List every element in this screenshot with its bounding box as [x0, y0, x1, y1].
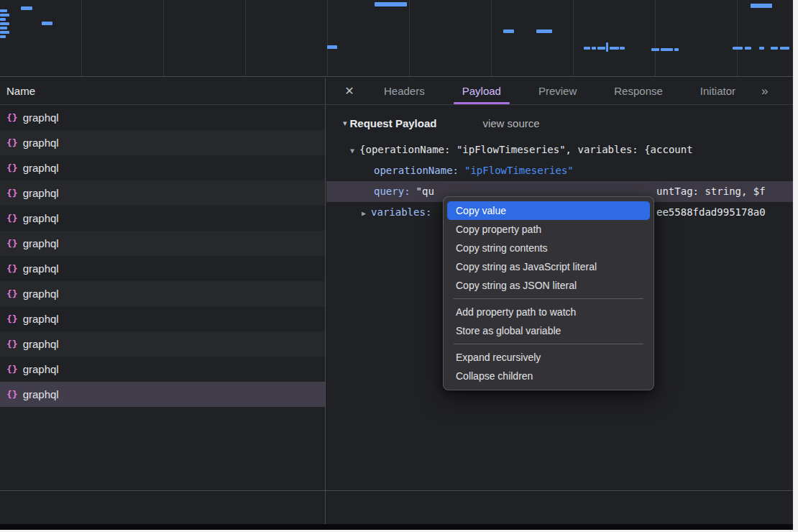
- timeline-bar: [536, 29, 552, 33]
- request-row[interactable]: {}graphql: [0, 331, 325, 357]
- menu-item-add-property-path-to-watch[interactable]: Add property path to watch: [447, 303, 650, 321]
- request-name: graphql: [23, 137, 59, 149]
- request-payload-section-header: ▾ Request Payload view source: [326, 117, 793, 129]
- json-icon: {}: [6, 213, 18, 224]
- column-header-name[interactable]: Name: [0, 78, 325, 105]
- expander-icon[interactable]: ▼: [350, 147, 354, 155]
- devtools-window: Name {}graphql{}graphql{}graphql{}graphq…: [0, 0, 793, 530]
- json-icon: {}: [6, 263, 18, 274]
- timeline-bar: [0, 22, 9, 25]
- timeline-bar: [0, 27, 7, 29]
- json-icon: {}: [6, 389, 18, 400]
- payload-row-operationname[interactable]: operationName:"ipFlowTimeseries": [326, 160, 793, 181]
- request-row[interactable]: {}graphql: [0, 231, 325, 256]
- detail-tabs: HeadersPayloadPreviewResponseInitiator: [365, 78, 754, 104]
- request-name: graphql: [23, 237, 59, 249]
- timeline-bar: [606, 42, 608, 52]
- timeline-bar: [733, 47, 743, 50]
- request-row[interactable]: {}graphql: [0, 382, 325, 407]
- menu-item-copy-value[interactable]: Copy value: [447, 201, 650, 220]
- menu-separator: [454, 344, 643, 344]
- request-name: graphql: [23, 162, 59, 174]
- request-name: graphql: [23, 262, 59, 275]
- property-value: "ipFlowTimeseries": [464, 165, 574, 176]
- json-icon: {}: [6, 364, 18, 375]
- timeline-bar: [592, 47, 596, 50]
- section-collapse-icon[interactable]: ▾: [343, 119, 347, 128]
- timeline-bar: [21, 6, 32, 10]
- object-preview: {operationName: "ipFlowTimeseries", vari…: [359, 144, 693, 155]
- request-row[interactable]: {}graphql: [0, 206, 325, 231]
- details-tabbar: ✕ HeadersPayloadPreviewResponseInitiator…: [326, 78, 793, 105]
- json-icon: {}: [6, 188, 18, 198]
- view-source-link[interactable]: view source: [482, 117, 539, 129]
- menu-item-store-as-global-variable[interactable]: Store as global variable: [447, 321, 650, 340]
- request-row[interactable]: {}graphql: [0, 105, 325, 130]
- property-key: operationName:: [374, 165, 459, 176]
- timeline-bar: [751, 4, 772, 8]
- request-row[interactable]: {}graphql: [0, 306, 325, 331]
- timeline-bar: [0, 35, 6, 38]
- tab-preview[interactable]: Preview: [520, 78, 595, 104]
- timeline-bar: [620, 47, 625, 50]
- property-value-right: untTag: string, $f: [656, 181, 766, 202]
- timeline-bar: [674, 48, 679, 51]
- json-icon: {}: [6, 238, 18, 249]
- menu-item-copy-string-as-json-literal[interactable]: Copy string as JSON literal: [447, 276, 650, 295]
- timeline-bar: [759, 47, 764, 50]
- context-menu: Copy valueCopy property pathCopy string …: [443, 196, 654, 390]
- request-name: graphql: [23, 212, 59, 224]
- request-name: graphql: [23, 288, 59, 300]
- menu-item-copy-property-path[interactable]: Copy property path: [447, 220, 650, 239]
- property-key: variables:: [371, 206, 431, 218]
- json-icon: {}: [6, 162, 18, 173]
- close-icon[interactable]: ✕: [334, 78, 365, 104]
- request-name: graphql: [23, 313, 59, 325]
- timeline-bar: [597, 47, 605, 50]
- timeline-bar: [375, 2, 407, 6]
- timeline-bar: [745, 47, 751, 50]
- timeline-bar: [0, 31, 9, 34]
- timeline-bar: [661, 48, 673, 51]
- window-bottom-strip: [0, 524, 793, 530]
- timeline-bar: [771, 47, 778, 50]
- timeline-bar: [610, 47, 619, 50]
- json-icon: {}: [6, 137, 18, 148]
- request-row[interactable]: {}graphql: [0, 180, 325, 206]
- menu-item-copy-string-as-javascript-literal[interactable]: Copy string as JavaScript literal: [447, 257, 650, 276]
- summary-divider: [0, 490, 793, 491]
- menu-item-expand-recursively[interactable]: Expand recursively: [447, 348, 650, 367]
- request-row[interactable]: {}graphql: [0, 155, 325, 180]
- timeline-bar: [584, 47, 590, 50]
- more-tabs-icon[interactable]: »: [754, 78, 775, 104]
- request-name: graphql: [23, 363, 59, 375]
- request-list: {}graphql{}graphql{}graphql{}graphql{}gr…: [0, 105, 325, 407]
- property-value-left: "qu: [416, 185, 434, 197]
- network-overview-timeline[interactable]: [0, 0, 793, 77]
- request-payload-title: Request Payload: [350, 117, 437, 129]
- request-row[interactable]: {}graphql: [0, 281, 325, 306]
- tab-initiator[interactable]: Initiator: [682, 78, 754, 104]
- property-value-right: ee5588fdad995178a0: [656, 202, 766, 223]
- timeline-bar: [0, 9, 7, 12]
- payload-root-row[interactable]: ▼{operationName: "ipFlowTimeseries", var…: [326, 139, 793, 160]
- requests-panel: Name {}graphql{}graphql{}graphql{}graphq…: [0, 78, 326, 530]
- timeline-bar: [42, 22, 52, 25]
- request-row[interactable]: {}graphql: [0, 130, 325, 155]
- request-name: graphql: [23, 338, 59, 350]
- expander-icon[interactable]: ▶: [362, 209, 366, 217]
- timeline-bar: [651, 48, 659, 51]
- tab-headers[interactable]: Headers: [365, 78, 444, 104]
- tab-payload[interactable]: Payload: [444, 78, 520, 104]
- request-name: graphql: [23, 111, 59, 124]
- menu-item-collapse-children[interactable]: Collapse children: [447, 367, 650, 385]
- timeline-bar: [780, 47, 789, 50]
- request-row[interactable]: {}graphql: [0, 256, 325, 281]
- tab-response[interactable]: Response: [595, 78, 682, 104]
- request-row[interactable]: {}graphql: [0, 357, 325, 382]
- request-name: graphql: [23, 388, 59, 400]
- request-name: graphql: [23, 187, 59, 199]
- menu-item-copy-string-contents[interactable]: Copy string contents: [447, 239, 650, 257]
- property-key: query:: [374, 185, 411, 197]
- json-icon: {}: [6, 288, 18, 299]
